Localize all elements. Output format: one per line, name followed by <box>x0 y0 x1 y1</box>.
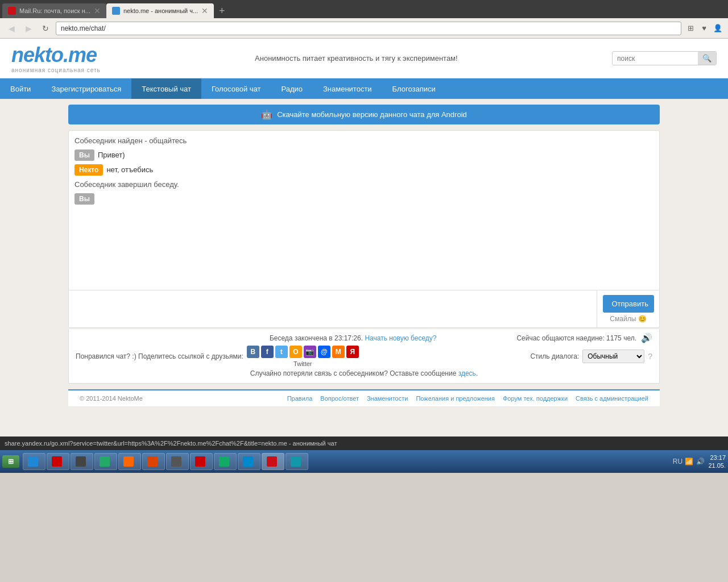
session-end-text: Беседа закончена в 23:17:26. <box>270 334 363 342</box>
app2-icon <box>123 456 134 467</box>
clock: 23:17 21.05. <box>708 454 726 470</box>
tab-close-icon[interactable]: ✕ <box>201 7 208 15</box>
back-button[interactable]: ◀ <box>5 22 18 35</box>
search-button[interactable]: 🔍 <box>698 52 716 65</box>
app8-icon <box>291 456 301 467</box>
lost-msg: Случайно потеряли связь с собеседником? … <box>250 369 457 377</box>
footer-contact[interactable]: Связь с администрацией <box>576 395 648 402</box>
share-area: Понравился чат? :) Поделитесь ссылкой с … <box>76 346 359 367</box>
app5-icon <box>195 456 205 467</box>
heart-icon[interactable]: ♥ <box>698 23 710 34</box>
taskbar-item-app8[interactable] <box>286 453 308 470</box>
found-message: Собеседник найден - общайтесь <box>75 136 653 145</box>
lost-link[interactable]: здесь <box>458 369 476 377</box>
share-twitter-button[interactable]: t <box>275 346 288 358</box>
taskbar-item-app2[interactable] <box>118 453 141 470</box>
tab-close-icon[interactable]: ✕ <box>94 7 101 15</box>
bookmarks-icon[interactable]: ⊞ <box>685 23 696 34</box>
winamp-icon <box>52 456 62 467</box>
nav-blog[interactable]: Блогозаписи <box>382 78 446 99</box>
media-icon <box>76 456 86 467</box>
taskbar: ⊞ <box>0 450 728 473</box>
opera-icon <box>8 7 16 15</box>
address-bar[interactable]: nekto.me/chat/ <box>56 22 681 35</box>
search-input[interactable] <box>613 52 698 65</box>
share-fb-button[interactable]: f <box>261 346 274 358</box>
nav-radio[interactable]: Радио <box>271 78 313 99</box>
taskbar-item-app4[interactable] <box>166 453 189 470</box>
nav-register[interactable]: Зарегистрироваться <box>41 78 131 99</box>
table-row: Вы <box>75 193 653 205</box>
tab-mailru[interactable]: Mail.Ru: почта, поиск н... ✕ <box>2 3 106 18</box>
start-button[interactable]: ⊞ <box>2 455 19 468</box>
banner-text: Скачайте мобильную версию данного чата д… <box>277 110 467 119</box>
nekto-icon <box>112 7 120 15</box>
emoji-button[interactable]: Смайлы 😊 <box>610 315 646 323</box>
online-info: Сейчас общаются наедине: 1175 чел. 🔊 <box>516 332 652 343</box>
sound-icon[interactable]: 🔊 <box>641 332 652 343</box>
share-label: Понравился чат? :) Поделитесь ссылкой с … <box>76 352 243 360</box>
copyright: © 2011-2014 NektoMe <box>80 395 143 402</box>
taskbar-item-opera[interactable] <box>262 453 284 470</box>
footer-suggestions[interactable]: Пожелания и предложения <box>416 395 495 402</box>
sender-badge-vy: Вы <box>75 149 94 161</box>
style-area: Стиль диалога: Обычный Классический Совр… <box>530 350 652 363</box>
nav-celebs[interactable]: Знаменитости <box>313 78 382 99</box>
new-session-link[interactable]: Начать новую беседу? <box>365 334 436 342</box>
nav-text-chat[interactable]: Текстовый чат <box>131 78 201 99</box>
tab-nekto[interactable]: nekto.me - анонимный ч... ✕ <box>106 3 214 18</box>
windows-icon: ⊞ <box>8 458 14 465</box>
footer-support[interactable]: Форум тех. поддержки <box>503 395 568 402</box>
taskbar-item-app7[interactable] <box>238 453 260 470</box>
taskbar-right: RU 📶 🔊 23:17 21.05. <box>673 454 726 470</box>
taskbar-item-media[interactable] <box>71 453 93 470</box>
clock-date: 21.05. <box>708 462 726 469</box>
app1-icon <box>100 456 110 467</box>
typing-area: Отправить Смайлы 😊 <box>69 290 659 327</box>
chat-container: Собеседник найден - общайтесь Вы Привет)… <box>68 130 660 328</box>
taskbar-item-app6[interactable] <box>214 453 237 470</box>
send-button[interactable]: Отправить <box>603 295 654 313</box>
taskbar-item-app3[interactable] <box>142 453 165 470</box>
sender-badge-vy2: Вы <box>75 193 94 205</box>
share-mail-button[interactable]: @ <box>318 346 330 358</box>
twitter-label: Twitter <box>293 360 312 367</box>
style-select[interactable]: Обычный Классический Современный <box>582 350 644 363</box>
systray-ru-icon: RU <box>673 457 682 466</box>
style-label: Стиль диалога: <box>530 352 579 360</box>
add-tab-button[interactable]: + <box>214 3 230 18</box>
logo-subtitle: анонимная социальная сеть <box>11 67 101 73</box>
session-info: Беседа закончена в 23:17:26. Начать нову… <box>189 334 516 342</box>
taskbar-item-app1[interactable] <box>94 453 117 470</box>
footer-rules[interactable]: Правила <box>287 395 313 402</box>
help-icon[interactable]: ? <box>648 352 652 361</box>
taskbar-item-app5[interactable] <box>190 453 213 470</box>
share-instagram-button[interactable]: 📷 <box>304 346 316 358</box>
chat-message-text: Привет) <box>98 149 125 159</box>
share-mm-button[interactable]: М <box>332 346 345 358</box>
reload-button[interactable]: ↻ <box>39 22 52 35</box>
share-ya-button[interactable]: Я <box>346 346 359 358</box>
nav-voice-chat[interactable]: Голосовой чат <box>201 78 271 99</box>
android-banner[interactable]: 🤖 Скачайте мобильную версию данного чата… <box>68 105 660 124</box>
lost-connection: Случайно потеряли связь с собеседником? … <box>76 369 652 377</box>
sender-badge-nekto: Некто <box>75 164 103 176</box>
share-vk-button[interactable]: В <box>247 346 259 358</box>
taskbar-item-explorer[interactable] <box>23 453 46 470</box>
site-footer: © 2011-2014 NektoMe Правила Вопрос/ответ… <box>68 389 660 406</box>
table-row: Некто нет, отъебись <box>75 164 653 176</box>
nav-login[interactable]: Войти <box>0 78 41 99</box>
taskbar-item-winamp[interactable] <box>47 453 69 470</box>
send-panel: Отправить Смайлы 😊 <box>597 290 659 327</box>
footer-celebs[interactable]: Знаменитости <box>367 395 408 402</box>
systray-vol-icon: 🔊 <box>696 457 705 466</box>
site-header: nekto.me анонимная социальная сеть Анони… <box>0 39 728 78</box>
table-row: Вы Привет) <box>75 149 653 161</box>
explorer-icon <box>28 456 38 467</box>
forward-button[interactable]: ▶ <box>22 22 35 35</box>
clock-time: 23:17 <box>708 454 726 462</box>
message-input[interactable] <box>69 290 597 327</box>
user-icon[interactable]: 👤 <box>712 23 723 34</box>
footer-faq[interactable]: Вопрос/ответ <box>320 395 359 402</box>
share-ok-button[interactable]: О <box>289 346 302 358</box>
